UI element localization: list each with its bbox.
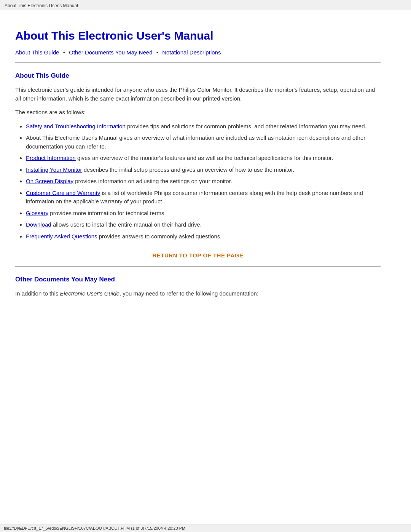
about-section: About This Guide This electronic user's …: [15, 72, 381, 259]
browser-tab-title: About This Electronic User's Manual: [5, 3, 78, 8]
nav-link-notational[interactable]: Notational Descriptions: [162, 49, 221, 56]
nav-links: About This Guide • Other Documents You M…: [15, 49, 381, 56]
list-item-text-7: provides more information for technical …: [48, 210, 166, 216]
nav-link-about[interactable]: About This Guide: [15, 49, 59, 56]
list-item: On Screen Display provides information o…: [26, 177, 381, 186]
list-item-text-2: About This Electronic User's Manual give…: [26, 134, 365, 150]
about-paragraph-2: The sections are as follows:: [15, 108, 381, 117]
installing-link[interactable]: Installing Your Monitor: [26, 166, 82, 173]
list-item: Customer Care and Warranty is a list of …: [26, 189, 381, 206]
page-title: About This Electronic User's Manual: [15, 29, 381, 42]
other-para-before: In addition to this: [15, 290, 60, 297]
nav-separator-2: •: [156, 49, 158, 56]
nav-separator-1: •: [63, 49, 65, 56]
list-item: About This Electronic User's Manual give…: [26, 134, 381, 151]
other-para-italic: Electronic User's Guide: [60, 290, 119, 297]
divider-1: [15, 62, 381, 63]
list-item: Frequently Asked Questions provides answ…: [26, 232, 381, 241]
download-link[interactable]: Download: [26, 221, 51, 228]
other-heading: Other Documents You May Need: [15, 276, 381, 283]
other-paragraph-1: In addition to this Electronic User's Gu…: [15, 289, 381, 298]
list-item-text-3: gives an overview of the monitor's featu…: [76, 155, 333, 161]
product-info-link[interactable]: Product Information: [26, 155, 76, 161]
faq-link[interactable]: Frequently Asked Questions: [26, 233, 97, 240]
list-item: Product Information gives an overview of…: [26, 154, 381, 163]
osd-link[interactable]: On Screen Display: [26, 178, 73, 184]
divider-2: [15, 266, 381, 267]
nav-link-other[interactable]: Other Documents You May Need: [69, 49, 152, 56]
warranty-link[interactable]: Customer Care and Warranty: [26, 190, 100, 196]
other-para-after: , you may need to refer to the following…: [119, 290, 258, 297]
list-item-text-5: provides information on adjusting the se…: [73, 178, 232, 184]
list-item-text-9: provides answers to commonly asked quest…: [97, 233, 222, 240]
list-item-text-8: allows users to install the entire manua…: [51, 221, 202, 228]
other-section: Other Documents You May Need In addition…: [15, 276, 381, 298]
glossary-link[interactable]: Glossary: [26, 210, 48, 216]
return-to-top-link[interactable]: RETURN TO TOP OF THE PAGE: [153, 252, 244, 259]
return-link-container: RETURN TO TOP OF THE PAGE: [15, 252, 381, 259]
list-item-text-4: describes the initial setup process and …: [82, 166, 295, 173]
about-heading: About This Guide: [15, 72, 381, 80]
list-item-text-1: provides tips and solutions for common p…: [126, 123, 366, 129]
about-list: Safety and Troubleshooting Information p…: [26, 122, 381, 241]
list-item: Installing Your Monitor describes the in…: [26, 166, 381, 174]
list-item: Download allows users to install the ent…: [26, 220, 381, 229]
safety-link[interactable]: Safety and Troubleshooting Information: [26, 123, 126, 129]
list-item: Glossary provides more information for t…: [26, 209, 381, 218]
about-paragraph-1: This electronic user's guide is intended…: [15, 86, 381, 103]
list-item: Safety and Troubleshooting Information p…: [26, 122, 381, 131]
